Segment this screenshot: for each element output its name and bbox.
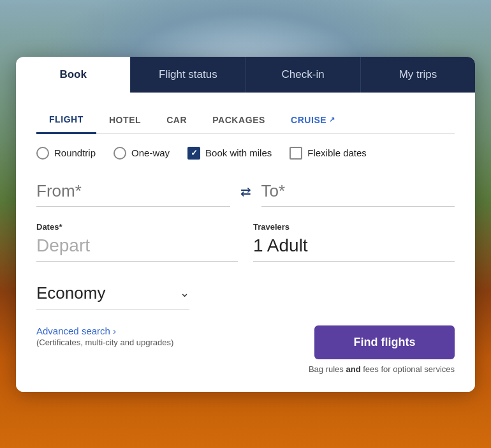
sub-tab-flight[interactable]: FLIGHT xyxy=(36,108,96,134)
advanced-search-label: Advanced search xyxy=(36,325,110,336)
flexible-dates-option[interactable]: Flexible dates xyxy=(289,147,367,160)
book-with-miles-label: Book with miles xyxy=(205,147,272,158)
dates-field: Dates* Depart xyxy=(36,222,238,262)
dates-travelers-row: Dates* Depart Travelers 1 Adult xyxy=(36,222,455,262)
travelers-label: Travelers xyxy=(253,222,455,232)
find-flights-col: Find flights Bag rules and fees for opti… xyxy=(309,325,455,374)
sub-tab-packages[interactable]: PACKAGES xyxy=(200,108,278,133)
one-way-radio[interactable] xyxy=(114,147,126,160)
content-area: FLIGHT HOTEL CAR PACKAGES Cruise ↗ Round… xyxy=(16,93,475,392)
from-field-group xyxy=(36,177,230,207)
one-way-label: One-way xyxy=(131,147,170,158)
flexible-dates-checkbox[interactable] xyxy=(289,147,302,160)
main-card: Book Flight status Check-in My trips FLI… xyxy=(16,57,475,392)
sub-tab-cruise[interactable]: Cruise ↗ xyxy=(278,108,348,133)
cabin-label: Economy xyxy=(36,283,105,303)
external-link-icon: ↗ xyxy=(329,116,335,124)
advanced-search: Advanced search › (Certificates, multi-c… xyxy=(36,325,173,347)
nav-tab-my-trips[interactable]: My trips xyxy=(361,57,475,93)
to-input[interactable] xyxy=(261,177,455,207)
cabin-row: Economy ⌄ xyxy=(36,280,455,310)
sub-tab-hotel[interactable]: HOTEL xyxy=(96,108,154,133)
nav-tab-check-in[interactable]: Check-in xyxy=(246,57,361,93)
sub-tab-car[interactable]: CAR xyxy=(154,108,200,133)
travelers-value[interactable]: 1 Adult xyxy=(253,233,455,262)
one-way-option[interactable]: One-way xyxy=(114,147,170,160)
chevron-down-icon: ⌄ xyxy=(180,286,189,300)
bag-rules-text: Bag rules and fees for optional services xyxy=(309,364,455,374)
sub-tabs: FLIGHT HOTEL CAR PACKAGES Cruise ↗ xyxy=(36,108,455,134)
roundtrip-label: Roundtrip xyxy=(54,147,96,158)
flexible-dates-label: Flexible dates xyxy=(307,147,367,158)
depart-input[interactable]: Depart xyxy=(36,233,238,262)
roundtrip-radio[interactable] xyxy=(36,147,49,160)
bottom-row: Advanced search › (Certificates, multi-c… xyxy=(36,325,455,374)
find-flights-button[interactable]: Find flights xyxy=(314,325,455,359)
advanced-search-arrow-icon: › xyxy=(113,325,116,336)
swap-icon: ⇄ xyxy=(240,184,251,199)
to-field-group xyxy=(261,177,455,207)
roundtrip-option[interactable]: Roundtrip xyxy=(36,147,96,160)
book-with-miles-checkbox[interactable]: ✓ xyxy=(187,147,200,160)
nav-tabs: Book Flight status Check-in My trips xyxy=(16,57,475,93)
nav-tab-book[interactable]: Book xyxy=(16,57,131,93)
swap-button[interactable]: ⇄ xyxy=(230,184,261,207)
advanced-search-link[interactable]: Advanced search › xyxy=(36,325,173,336)
travelers-field: Travelers 1 Adult xyxy=(253,222,455,262)
book-with-miles-option[interactable]: ✓ Book with miles xyxy=(187,147,272,160)
nav-tab-flight-status[interactable]: Flight status xyxy=(131,57,246,93)
advanced-search-sub: (Certificates, multi-city and upgrades) xyxy=(36,338,173,347)
dates-label: Dates* xyxy=(36,222,238,232)
checkmark-icon: ✓ xyxy=(191,148,198,158)
options-row: Roundtrip One-way ✓ Book with miles Flex… xyxy=(36,147,455,160)
cabin-dropdown[interactable]: Economy ⌄ xyxy=(36,280,189,310)
from-input[interactable] xyxy=(36,177,230,207)
from-to-row: ⇄ xyxy=(36,177,455,207)
